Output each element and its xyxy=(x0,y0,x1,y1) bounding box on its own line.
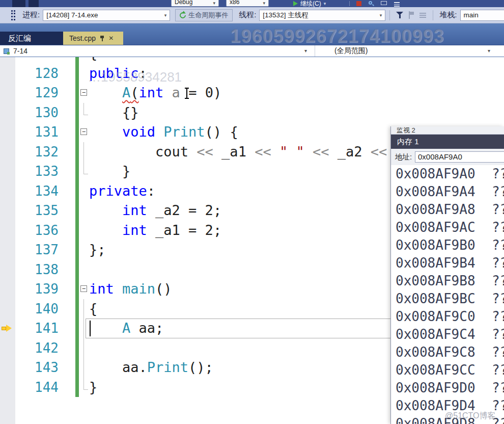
code-text: { xyxy=(89,299,97,319)
code-text: cout << _a1 << " " << _a2 << xyxy=(89,142,387,162)
line-number[interactable]: 139 xyxy=(15,279,59,299)
platform-dropdown[interactable]: x86▾ xyxy=(226,0,269,7)
line-number[interactable]: 128 xyxy=(15,64,59,84)
toolbar-separator xyxy=(349,1,350,6)
memory-bytes: ?? ?? xyxy=(492,272,504,290)
memory-bytes: ?? ?? xyxy=(492,361,504,379)
menu-icon[interactable] xyxy=(394,1,400,6)
toolbar-button-icon[interactable] xyxy=(29,0,39,7)
memory-row[interactable]: 0x008AF9C8?? ?? xyxy=(391,343,504,361)
memory-row[interactable]: 0x008AF9C0?? ?? xyxy=(391,308,504,326)
memory-bytes: ?? ?? xyxy=(492,236,504,254)
line-number[interactable]: 135 xyxy=(15,201,59,221)
debug-location-toolbar: 进程: [14208] 7-14.exe▾ 生命周期事件 线程: [13532]… xyxy=(0,7,504,23)
toolbar-grip-icon[interactable] xyxy=(12,0,25,7)
fold-guide-line xyxy=(83,142,84,162)
line-number[interactable]: 144 xyxy=(15,378,59,398)
continue-button[interactable]: 继续(C) ▾ xyxy=(293,0,326,7)
fold-collapse-icon[interactable]: − xyxy=(80,128,87,135)
process-label: 进程: xyxy=(22,10,40,20)
memory-row[interactable]: 0x008AF9CC?? ?? xyxy=(391,361,504,379)
line-number[interactable]: 131 xyxy=(15,122,59,142)
stop-debugging-icon[interactable] xyxy=(356,1,361,6)
process-value: [14208] 7-14.exe xyxy=(46,11,98,19)
memory-row[interactable]: 0x008AF9A8?? ?? xyxy=(391,201,504,219)
memory-address: 0x008AF9B0 xyxy=(396,236,475,254)
close-icon[interactable]: ✕ xyxy=(108,35,114,42)
scope-dropdown[interactable]: 7-14 ▾ xyxy=(0,45,315,57)
process-dropdown[interactable]: [14208] 7-14.exe▾ xyxy=(43,10,170,21)
toolbar-row-top: Debug▾ x86▾ 继续(C) ▾ xyxy=(0,0,504,7)
code-line-128[interactable]: 128public: xyxy=(0,64,504,84)
pin-icon[interactable] xyxy=(99,35,105,42)
memory-address: 0x008AF9AC xyxy=(396,219,475,236)
memory-row[interactable]: 0x008AF9A0?? ?? xyxy=(391,165,504,183)
memory-address: 0x008AF9C8 xyxy=(396,343,475,361)
line-number[interactable]: 141 xyxy=(15,319,59,338)
thread-label: 线程: xyxy=(239,10,256,20)
fold-collapse-icon[interactable]: − xyxy=(80,285,87,292)
stack-frame-dropdown[interactable]: main xyxy=(460,10,504,21)
watch2-tab[interactable]: 监视 2 xyxy=(391,126,504,135)
line-number[interactable]: 138 xyxy=(15,260,59,280)
memory-window-titlebar[interactable]: 内存 1 xyxy=(391,135,504,149)
lifecycle-events-button[interactable]: 生命周期事件 xyxy=(175,9,233,21)
code-text: void Print() { xyxy=(89,122,238,142)
line-number[interactable]: 143 xyxy=(15,358,59,378)
memory-row[interactable]: 0x008AF9D0?? ?? xyxy=(391,379,504,397)
debug-config-value: Debug xyxy=(175,0,192,6)
fold-collapse-icon[interactable]: − xyxy=(80,89,87,96)
code-text: private: xyxy=(89,181,155,201)
search-icon[interactable] xyxy=(369,1,372,5)
filter-funnel-icon[interactable] xyxy=(396,11,404,19)
memory-address: 0x008AF9A4 xyxy=(396,183,475,201)
memory-row[interactable]: 0x008AF9B4?? ?? xyxy=(391,254,504,272)
thread-value: [13532] 主线程 xyxy=(263,11,308,20)
memory-rows: 0x008AF9A0?? ??0x008AF9A4?? ??0x008AF9A8… xyxy=(391,165,504,424)
memory-row[interactable]: 0x008AF9A4?? ?? xyxy=(391,183,504,201)
continue-label: 继续(C) xyxy=(300,0,321,7)
memory-address: 0x008AF9CC xyxy=(396,361,475,379)
fold-guide-end-tick xyxy=(83,115,88,115)
debug-config-dropdown[interactable]: Debug▾ xyxy=(171,0,219,7)
thread-dropdown[interactable]: [13532] 主线程▾ xyxy=(259,10,385,21)
memory-bytes: ?? ?? xyxy=(492,183,504,201)
chevron-down-icon: ▾ xyxy=(304,48,307,54)
execution-arrow-icon xyxy=(2,325,12,332)
frames-icon[interactable] xyxy=(419,12,426,19)
line-number[interactable]: 137 xyxy=(15,240,59,260)
line-number[interactable]: 134 xyxy=(15,181,59,201)
lifecycle-label: 生命周期事件 xyxy=(188,11,228,20)
memory-row[interactable]: 0x008AF9BC?? ?? xyxy=(391,290,504,308)
memory-row[interactable]: 0x008AF9C4?? ?? xyxy=(391,326,504,343)
line-number[interactable]: 133 xyxy=(15,162,59,181)
toolbar-drag-grip[interactable] xyxy=(11,10,15,20)
code-line-129[interactable]: 129− A(int a = 0) xyxy=(0,83,504,103)
line-number[interactable]: 136 xyxy=(15,221,59,241)
chevron-down-icon: ▾ xyxy=(263,1,265,6)
screen-icon[interactable] xyxy=(381,1,387,5)
tab-disassembly[interactable]: 反汇编 xyxy=(0,32,63,45)
line-number[interactable]: 132 xyxy=(15,142,59,162)
chevron-down-icon: ▾ xyxy=(488,48,490,54)
line-number[interactable]: 140 xyxy=(15,299,59,319)
address-input[interactable]: 0x008AF9A0 xyxy=(415,151,504,163)
code-text: {} xyxy=(89,103,139,123)
memory-bytes: ?? ?? xyxy=(492,343,504,361)
flag-icon[interactable] xyxy=(408,11,414,19)
line-number[interactable]: 129 xyxy=(15,83,59,103)
fold-guide-end xyxy=(83,378,84,390)
memory-row[interactable]: 0x008AF9B8?? ?? xyxy=(391,272,504,290)
memory-row[interactable]: 0x008AF9AC?? ?? xyxy=(391,219,504,236)
code-text: { xyxy=(89,57,97,64)
code-text: aa.Print(); xyxy=(89,358,213,378)
code-text: A(int a = 0) xyxy=(89,83,221,103)
chevron-down-icon: ▾ xyxy=(324,1,326,6)
code-line-130[interactable]: 130 {} xyxy=(0,103,504,123)
member-dropdown[interactable]: (全局范围) ▾ xyxy=(315,45,504,57)
memory-row[interactable]: 0x008AF9B0?? ?? xyxy=(391,236,504,254)
code-line-partial[interactable]: { xyxy=(0,57,504,64)
line-number[interactable]: 130 xyxy=(15,103,59,123)
tab-testcpp[interactable]: Test.cpp ✕ xyxy=(63,32,123,45)
line-number[interactable]: 142 xyxy=(15,338,59,358)
